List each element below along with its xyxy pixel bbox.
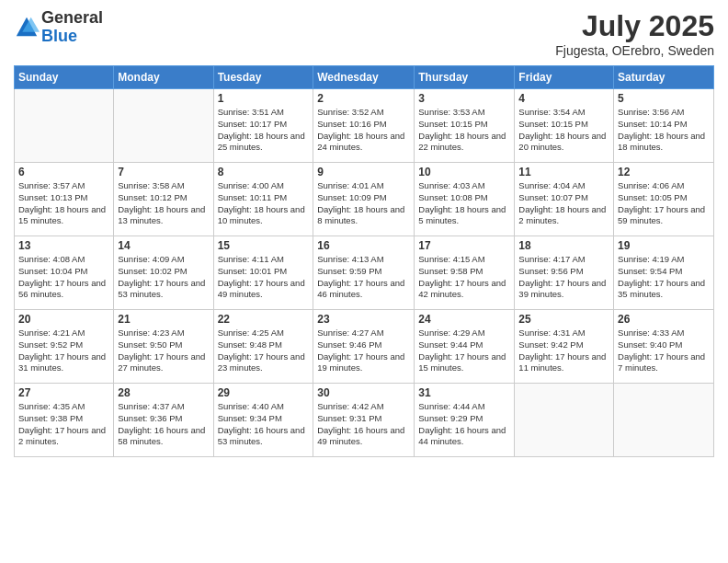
table-row: 13Sunrise: 4:08 AM Sunset: 10:04 PM Dayl… xyxy=(15,236,114,310)
table-row: 9Sunrise: 4:01 AM Sunset: 10:09 PM Dayli… xyxy=(313,163,415,236)
day-number: 13 xyxy=(18,239,109,252)
day-number: 20 xyxy=(18,313,109,326)
day-content: Sunrise: 3:58 AM Sunset: 10:12 PM Daylig… xyxy=(118,180,209,227)
day-content: Sunrise: 4:06 AM Sunset: 10:05 PM Daylig… xyxy=(618,180,710,227)
day-number: 21 xyxy=(118,313,209,326)
day-content: Sunrise: 3:52 AM Sunset: 10:16 PM Daylig… xyxy=(317,107,410,154)
table-row: 25Sunrise: 4:31 AM Sunset: 9:42 PM Dayli… xyxy=(515,310,614,384)
day-number: 3 xyxy=(418,92,510,105)
day-content: Sunrise: 4:23 AM Sunset: 9:50 PM Dayligh… xyxy=(118,327,209,374)
day-number: 27 xyxy=(18,386,109,399)
calendar-header-row: Sunday Monday Tuesday Wednesday Thursday… xyxy=(15,66,714,89)
day-number: 29 xyxy=(218,386,310,399)
col-thursday: Thursday xyxy=(415,66,515,89)
logo: General Blue xyxy=(14,9,103,46)
day-content: Sunrise: 3:56 AM Sunset: 10:14 PM Daylig… xyxy=(618,107,710,154)
day-content: Sunrise: 4:33 AM Sunset: 9:40 PM Dayligh… xyxy=(618,327,710,374)
table-row: 3Sunrise: 3:53 AM Sunset: 10:15 PM Dayli… xyxy=(415,89,515,163)
day-content: Sunrise: 3:54 AM Sunset: 10:15 PM Daylig… xyxy=(518,107,609,154)
table-row: 12Sunrise: 4:06 AM Sunset: 10:05 PM Dayl… xyxy=(614,163,714,236)
table-row: 5Sunrise: 3:56 AM Sunset: 10:14 PM Dayli… xyxy=(614,89,714,163)
table-row xyxy=(15,89,114,163)
day-number: 22 xyxy=(218,313,310,326)
day-number: 9 xyxy=(317,166,410,178)
calendar-week-3: 13Sunrise: 4:08 AM Sunset: 10:04 PM Dayl… xyxy=(15,236,714,310)
table-row: 2Sunrise: 3:52 AM Sunset: 10:16 PM Dayli… xyxy=(313,89,415,163)
col-tuesday: Tuesday xyxy=(213,66,313,89)
table-row: 17Sunrise: 4:15 AM Sunset: 9:58 PM Dayli… xyxy=(415,236,515,310)
day-content: Sunrise: 4:35 AM Sunset: 9:38 PM Dayligh… xyxy=(18,401,109,448)
table-row: 26Sunrise: 4:33 AM Sunset: 9:40 PM Dayli… xyxy=(614,310,714,384)
logo-text: General Blue xyxy=(41,9,103,46)
table-row: 11Sunrise: 4:04 AM Sunset: 10:07 PM Dayl… xyxy=(515,163,614,236)
day-content: Sunrise: 4:27 AM Sunset: 9:46 PM Dayligh… xyxy=(317,327,410,374)
day-number: 16 xyxy=(317,239,410,252)
table-row: 29Sunrise: 4:40 AM Sunset: 9:34 PM Dayli… xyxy=(213,384,313,457)
location: Fjugesta, OErebro, Sweden xyxy=(555,43,714,58)
day-content: Sunrise: 3:57 AM Sunset: 10:13 PM Daylig… xyxy=(18,180,109,227)
col-friday: Friday xyxy=(515,66,614,89)
day-content: Sunrise: 4:44 AM Sunset: 9:29 PM Dayligh… xyxy=(418,401,510,448)
day-number: 25 xyxy=(518,313,609,326)
day-number: 23 xyxy=(317,313,410,326)
day-number: 19 xyxy=(618,239,710,252)
day-number: 26 xyxy=(618,313,710,326)
table-row: 23Sunrise: 4:27 AM Sunset: 9:46 PM Dayli… xyxy=(313,310,415,384)
month-title: July 2025 xyxy=(555,9,714,43)
page-header: General Blue July 2025 Fjugesta, OErebro… xyxy=(14,9,714,58)
day-number: 28 xyxy=(118,386,209,399)
table-row xyxy=(114,89,213,163)
day-content: Sunrise: 4:08 AM Sunset: 10:04 PM Daylig… xyxy=(18,254,109,301)
day-content: Sunrise: 4:21 AM Sunset: 9:52 PM Dayligh… xyxy=(18,327,109,374)
col-monday: Monday xyxy=(114,66,213,89)
table-row: 16Sunrise: 4:13 AM Sunset: 9:59 PM Dayli… xyxy=(313,236,415,310)
title-block: July 2025 Fjugesta, OErebro, Sweden xyxy=(555,9,714,58)
day-content: Sunrise: 4:13 AM Sunset: 9:59 PM Dayligh… xyxy=(317,254,410,301)
col-saturday: Saturday xyxy=(614,66,714,89)
day-content: Sunrise: 4:31 AM Sunset: 9:42 PM Dayligh… xyxy=(518,327,609,374)
day-content: Sunrise: 4:04 AM Sunset: 10:07 PM Daylig… xyxy=(518,180,609,227)
day-number: 17 xyxy=(418,239,510,252)
day-content: Sunrise: 4:19 AM Sunset: 9:54 PM Dayligh… xyxy=(618,254,710,301)
day-number: 24 xyxy=(418,313,510,326)
table-row: 14Sunrise: 4:09 AM Sunset: 10:02 PM Dayl… xyxy=(114,236,213,310)
table-row: 22Sunrise: 4:25 AM Sunset: 9:48 PM Dayli… xyxy=(213,310,313,384)
day-number: 7 xyxy=(118,166,209,178)
day-number: 18 xyxy=(518,239,609,252)
day-content: Sunrise: 4:40 AM Sunset: 9:34 PM Dayligh… xyxy=(218,401,310,448)
day-content: Sunrise: 4:37 AM Sunset: 9:36 PM Dayligh… xyxy=(118,401,209,448)
table-row: 6Sunrise: 3:57 AM Sunset: 10:13 PM Dayli… xyxy=(15,163,114,236)
day-content: Sunrise: 4:03 AM Sunset: 10:08 PM Daylig… xyxy=(418,180,510,227)
table-row: 1Sunrise: 3:51 AM Sunset: 10:17 PM Dayli… xyxy=(213,89,313,163)
table-row: 4Sunrise: 3:54 AM Sunset: 10:15 PM Dayli… xyxy=(515,89,614,163)
day-number: 12 xyxy=(618,166,710,178)
calendar-table: Sunday Monday Tuesday Wednesday Thursday… xyxy=(14,65,714,457)
col-wednesday: Wednesday xyxy=(313,66,415,89)
day-number: 11 xyxy=(518,166,609,178)
day-content: Sunrise: 4:11 AM Sunset: 10:01 PM Daylig… xyxy=(218,254,310,301)
calendar-week-1: 1Sunrise: 3:51 AM Sunset: 10:17 PM Dayli… xyxy=(15,89,714,163)
table-row: 18Sunrise: 4:17 AM Sunset: 9:56 PM Dayli… xyxy=(515,236,614,310)
day-number: 4 xyxy=(518,92,609,105)
logo-icon xyxy=(14,15,40,40)
day-content: Sunrise: 4:17 AM Sunset: 9:56 PM Dayligh… xyxy=(518,254,609,301)
day-number: 15 xyxy=(218,239,310,252)
calendar-week-2: 6Sunrise: 3:57 AM Sunset: 10:13 PM Dayli… xyxy=(15,163,714,236)
day-number: 6 xyxy=(18,166,109,178)
day-number: 30 xyxy=(317,386,410,399)
day-content: Sunrise: 4:00 AM Sunset: 10:11 PM Daylig… xyxy=(218,180,310,227)
day-content: Sunrise: 3:53 AM Sunset: 10:15 PM Daylig… xyxy=(418,107,510,154)
day-number: 31 xyxy=(418,386,510,399)
day-number: 10 xyxy=(418,166,510,178)
day-number: 14 xyxy=(118,239,209,252)
table-row: 31Sunrise: 4:44 AM Sunset: 9:29 PM Dayli… xyxy=(415,384,515,457)
day-content: Sunrise: 4:09 AM Sunset: 10:02 PM Daylig… xyxy=(118,254,209,301)
calendar-week-4: 20Sunrise: 4:21 AM Sunset: 9:52 PM Dayli… xyxy=(15,310,714,384)
day-content: Sunrise: 4:15 AM Sunset: 9:58 PM Dayligh… xyxy=(418,254,510,301)
table-row: 7Sunrise: 3:58 AM Sunset: 10:12 PM Dayli… xyxy=(114,163,213,236)
day-number: 5 xyxy=(618,92,710,105)
table-row: 8Sunrise: 4:00 AM Sunset: 10:11 PM Dayli… xyxy=(213,163,313,236)
table-row: 15Sunrise: 4:11 AM Sunset: 10:01 PM Dayl… xyxy=(213,236,313,310)
day-content: Sunrise: 4:25 AM Sunset: 9:48 PM Dayligh… xyxy=(218,327,310,374)
day-content: Sunrise: 4:42 AM Sunset: 9:31 PM Dayligh… xyxy=(317,401,410,448)
